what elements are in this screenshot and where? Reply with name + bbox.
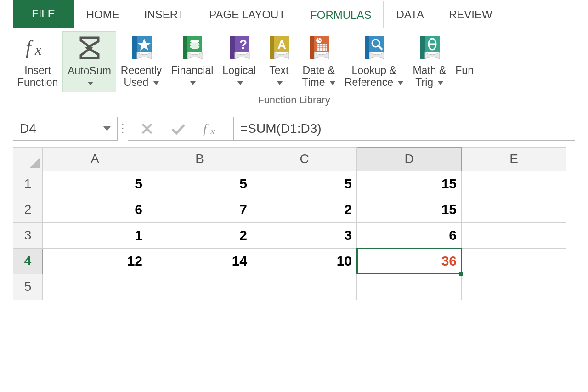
date-time-dropdown-icon (330, 76, 335, 88)
col-header-E[interactable]: E (462, 147, 566, 171)
cell-A1[interactable]: 5 (43, 171, 147, 197)
autosum-button[interactable]: AutoSum (62, 31, 116, 92)
cell-B4[interactable]: 14 (147, 248, 252, 274)
enter-check-icon[interactable] (170, 122, 186, 135)
svg-rect-2 (132, 36, 137, 59)
fx-icon[interactable]: f x (203, 121, 221, 136)
text-button[interactable]: A Text (260, 31, 297, 91)
recently-used-label-2: Used (124, 76, 149, 88)
formula-bar-options-icon[interactable]: ⋮ (118, 117, 128, 141)
svg-rect-4 (183, 36, 187, 59)
more-functions-icon (458, 33, 471, 62)
spreadsheet-grid: A B C D E 1 5 5 5 15 2 6 7 2 15 3 1 2 3 … (13, 147, 566, 300)
cell-E5[interactable] (462, 274, 566, 300)
clock-book-icon (305, 33, 333, 62)
financial-button[interactable]: Financial (166, 31, 218, 91)
math-trig-button[interactable]: Math & Trig (408, 31, 451, 91)
col-header-B[interactable]: B (147, 147, 252, 171)
financial-dropdown-icon (190, 76, 196, 88)
svg-rect-12 (270, 36, 274, 59)
cell-C1[interactable]: 5 (252, 171, 357, 197)
name-box-dropdown-icon[interactable] (103, 126, 111, 131)
star-book-icon (128, 33, 155, 62)
cell-B1[interactable]: 5 (147, 171, 252, 197)
tab-insert[interactable]: INSERT (132, 0, 197, 28)
col-header-C[interactable]: C (252, 147, 357, 171)
row-header-2[interactable]: 2 (13, 197, 43, 222)
row-header-4[interactable]: 4 (13, 248, 43, 274)
svg-text:x: x (210, 125, 215, 136)
cell-D4[interactable]: 36 (357, 248, 462, 274)
name-box-value: D4 (20, 121, 36, 136)
cell-B2[interactable]: 7 (147, 197, 252, 222)
autosum-dropdown-icon (88, 77, 93, 89)
tab-formulas[interactable]: FORMULAS (298, 1, 384, 28)
cell-E1[interactable] (462, 171, 566, 197)
cell-B5[interactable] (147, 274, 252, 300)
svg-rect-23 (420, 36, 425, 59)
cell-E3[interactable] (462, 222, 566, 248)
math-trig-dropdown-icon (438, 76, 443, 88)
formula-bar: D4 ⋮ f x =SUM(D1:D3) (13, 117, 575, 141)
ribbon-tab-strip: FILE HOME INSERT PAGE LAYOUT FORMULAS DA… (0, 0, 588, 28)
insert-function-label-1: Insert (24, 64, 51, 76)
cell-E4[interactable] (462, 248, 566, 274)
cell-C3[interactable]: 3 (252, 222, 357, 248)
cell-D5[interactable] (357, 274, 462, 300)
math-trig-label-2: Trig (415, 76, 433, 88)
more-functions-label: Fun (455, 64, 474, 76)
cell-C5[interactable] (252, 274, 357, 300)
cell-D2[interactable]: 15 (357, 197, 462, 222)
select-all-corner[interactable] (13, 147, 43, 171)
tab-file[interactable]: FILE (13, 0, 74, 28)
tab-data[interactable]: DATA (384, 0, 436, 28)
ribbon-group-label: Function Library (0, 92, 588, 110)
cell-A2[interactable]: 6 (43, 197, 147, 222)
svg-point-8 (190, 45, 199, 49)
tab-home[interactable]: HOME (74, 0, 132, 28)
lookup-dropdown-icon (398, 76, 403, 88)
cell-A4[interactable]: 12 (43, 248, 147, 274)
formula-bar-buttons: f x (128, 117, 233, 141)
coins-book-icon (178, 33, 206, 62)
row-header-3[interactable]: 3 (13, 222, 43, 248)
tab-page-layout[interactable]: PAGE LAYOUT (197, 0, 298, 28)
cell-A5[interactable] (43, 274, 147, 300)
svg-text:f: f (26, 37, 34, 58)
svg-text:x: x (34, 41, 41, 58)
insert-function-button[interactable]: f x Insert Function (13, 31, 62, 91)
logical-button[interactable]: ? Logical (218, 31, 260, 91)
formula-text: =SUM(D1:D3) (240, 121, 322, 136)
date-time-label-1: Date & (302, 64, 334, 76)
cell-B3[interactable]: 2 (147, 222, 252, 248)
col-header-A[interactable]: A (43, 147, 147, 171)
text-label: Text (269, 64, 288, 76)
cancel-icon[interactable] (141, 122, 153, 135)
fx-icon: f x (24, 33, 51, 62)
cell-A3[interactable]: 1 (43, 222, 147, 248)
theta-book-icon (416, 33, 443, 62)
cell-E2[interactable] (462, 197, 566, 222)
recently-used-button[interactable]: Recently Used (116, 31, 166, 91)
more-functions-button[interactable]: Fun (451, 31, 474, 79)
recently-used-dropdown-icon (153, 76, 159, 88)
cell-D1[interactable]: 15 (357, 171, 462, 197)
svg-rect-18 (317, 44, 327, 51)
cell-D3[interactable]: 6 (357, 222, 462, 248)
svg-text:?: ? (239, 37, 247, 51)
cell-C4[interactable]: 10 (252, 248, 357, 274)
col-header-D[interactable]: D (357, 147, 462, 171)
recently-used-label-1: Recently (121, 64, 162, 76)
letter-a-book-icon: A (265, 33, 293, 62)
row-header-1[interactable]: 1 (13, 171, 43, 197)
cell-C2[interactable]: 2 (252, 197, 357, 222)
date-time-button[interactable]: Date & Time (297, 31, 340, 91)
svg-rect-9 (230, 36, 235, 59)
math-trig-label-1: Math & (413, 64, 446, 76)
lookup-reference-button[interactable]: Lookup & Reference (340, 31, 408, 91)
tab-review[interactable]: REVIEW (436, 0, 505, 28)
formula-input[interactable]: =SUM(D1:D3) (233, 117, 575, 141)
logical-dropdown-icon (237, 76, 243, 88)
row-header-5[interactable]: 5 (13, 274, 43, 300)
name-box[interactable]: D4 (13, 117, 118, 141)
